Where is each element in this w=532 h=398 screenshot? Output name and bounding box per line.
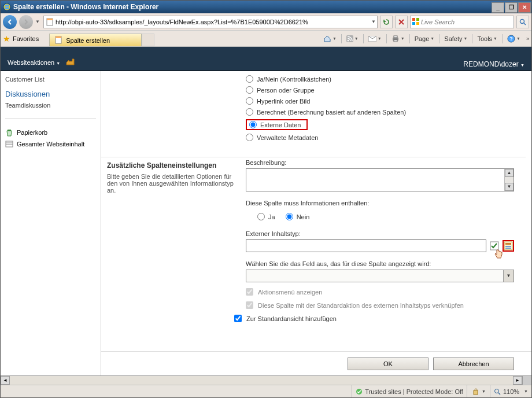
status-bar: Trusted sites | Protected Mode: Off ▼ 11…: [1, 385, 531, 397]
page-menu[interactable]: Page ▼: [412, 34, 437, 43]
must-contain-label: Diese Spalte muss Informationen enthalte…: [246, 200, 514, 207]
svg-rect-10: [56, 36, 61, 38]
left-navigation: Customer List Diskussionen Teamdiskussio…: [1, 71, 101, 375]
home-icon: [323, 35, 331, 43]
nav-section-diskussionen[interactable]: Diskussionen: [5, 90, 96, 98]
shield-lock-icon: [471, 388, 479, 395]
external-type-input[interactable]: [246, 239, 486, 252]
home-button[interactable]: ▼: [321, 34, 339, 44]
radio-metadaten[interactable]: [246, 134, 253, 141]
svg-rect-6: [416, 22, 419, 25]
browser-tab[interactable]: Spalte erstellen: [49, 34, 142, 46]
radio-person[interactable]: [246, 86, 253, 94]
browse-external-type-button[interactable]: [503, 240, 514, 252]
new-tab-button[interactable]: [142, 34, 154, 46]
additional-settings-heading: Zusätzliche Spalteneinstellungen: [107, 161, 234, 169]
site-actions-menu[interactable]: Websiteaktionen ▼: [8, 59, 60, 66]
svg-rect-4: [416, 18, 419, 21]
nav-history-dropdown[interactable]: ▼: [35, 19, 41, 24]
favorites-label[interactable]: Favorites: [13, 35, 39, 42]
rss-icon: [346, 35, 353, 42]
svg-point-30: [494, 389, 498, 393]
window-title: Spalte erstellen - Windows Internet Expl…: [13, 3, 158, 11]
status-zoom[interactable]: 110% ▼: [490, 385, 531, 397]
settings-description-column: Zusätzliche Spalteneinstellungen Bitte g…: [101, 71, 240, 351]
trusted-sites-icon: [356, 388, 363, 395]
search-input[interactable]: [420, 18, 512, 26]
favorites-star-icon[interactable]: ★: [3, 34, 10, 43]
svg-rect-5: [412, 22, 415, 25]
nav-customer-list[interactable]: Customer List: [5, 75, 96, 84]
navigation-bar: ▼ ▼: [1, 13, 531, 31]
select-field-label: Wählen Sie die das Feld aus, das für die…: [246, 260, 514, 267]
required-nein[interactable]: Nein: [286, 211, 310, 222]
refresh-button[interactable]: [380, 16, 393, 28]
svg-rect-2: [47, 19, 53, 20]
svg-rect-19: [8, 130, 11, 131]
svg-rect-29: [474, 390, 478, 395]
ok-button[interactable]: OK: [348, 358, 428, 370]
safety-menu[interactable]: Safety ▼: [442, 34, 470, 43]
zoom-icon: [494, 388, 501, 395]
chk-add-default-view[interactable]: [234, 315, 242, 322]
cancel-button[interactable]: Abbrechen: [433, 358, 514, 370]
additional-settings-desc: Bitte geben Sie die detaillierten Option…: [107, 173, 234, 194]
tools-menu[interactable]: Tools ▼: [475, 34, 500, 43]
svg-rect-15: [394, 36, 397, 38]
navigate-up-icon[interactable]: [65, 57, 75, 68]
tab-title: Spalte erstellen: [66, 37, 110, 44]
settings-options-column: Ja/Nein (Kontrollkästchen) Person oder G…: [240, 71, 531, 351]
chk-link-default: [246, 301, 253, 309]
svg-rect-3: [412, 18, 415, 21]
ie-icon: [3, 3, 11, 11]
close-button[interactable]: ✕: [518, 2, 531, 13]
status-trusted[interactable]: Trusted sites | Protected Mode: Off: [352, 385, 467, 397]
nav-recycle-bin[interactable]: Papierkorb: [5, 127, 96, 138]
favorites-bar: ★ Favorites Spalte erstellen ▼ ▼ ▼: [1, 31, 531, 47]
svg-rect-26: [505, 246, 511, 247]
stop-button[interactable]: [395, 16, 408, 28]
forward-button[interactable]: [19, 15, 33, 29]
nav-all-content[interactable]: Gesamter Websiteinhalt: [5, 138, 96, 150]
search-box[interactable]: [410, 16, 514, 28]
status-left: [1, 385, 352, 397]
beschreibung-textarea[interactable]: ▲▼: [246, 168, 514, 191]
search-go-button[interactable]: [516, 16, 529, 28]
radio-janein[interactable]: [246, 75, 253, 83]
svg-point-12: [347, 39, 349, 41]
address-dropdown[interactable]: ▼: [371, 19, 376, 24]
window-titlebar: Spalte erstellen - Windows Internet Expl…: [1, 1, 531, 13]
radio-berechnet[interactable]: [246, 108, 253, 116]
feeds-button[interactable]: ▼: [344, 34, 361, 43]
svg-text:?: ?: [509, 36, 513, 42]
back-button[interactable]: [3, 15, 17, 29]
print-button[interactable]: ▼: [389, 34, 407, 43]
chk-actionsmenu: [246, 288, 253, 296]
address-input[interactable]: [54, 19, 371, 25]
chevron-expand-icon[interactable]: »: [526, 36, 529, 42]
sharepoint-ribbon: Websiteaktionen ▼ REDMOND\dozer ▼: [1, 47, 531, 71]
help-button[interactable]: ?▼: [505, 34, 523, 44]
recycle-bin-icon: [5, 128, 13, 137]
horizontal-scrollbar[interactable]: ◄►: [1, 375, 531, 385]
minimize-button[interactable]: _: [492, 2, 504, 13]
svg-point-7: [520, 19, 524, 23]
all-content-icon: [5, 140, 13, 148]
required-ja[interactable]: Ja: [257, 211, 275, 222]
button-bar: OK Abbrechen: [101, 351, 531, 375]
status-security[interactable]: ▼: [467, 385, 490, 397]
select-dropdown-button[interactable]: ▼: [503, 270, 513, 282]
radio-externe-daten[interactable]: [249, 121, 257, 128]
maximize-button[interactable]: ❐: [505, 2, 518, 13]
field-select[interactable]: ▼: [246, 270, 514, 282]
mail-button[interactable]: ▼: [366, 35, 384, 43]
textarea-scrollbar[interactable]: ▲▼: [504, 169, 513, 191]
user-menu[interactable]: REDMOND\dozer ▼: [463, 60, 524, 68]
nav-teamdiskussion[interactable]: Teamdiskussion: [5, 101, 96, 110]
address-bar[interactable]: ▼: [43, 16, 378, 28]
help-icon: ?: [507, 35, 515, 43]
radio-hyperlink[interactable]: [246, 97, 253, 105]
svg-rect-27: [505, 248, 511, 249]
page-icon: [45, 17, 54, 27]
live-search-icon: [412, 17, 420, 27]
